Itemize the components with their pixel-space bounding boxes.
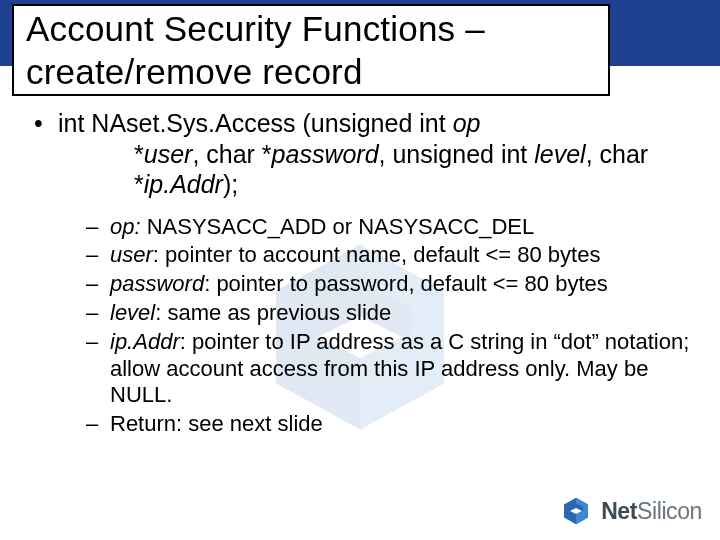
sig-param-user: user	[144, 140, 193, 168]
param-item: op: NASYSACC_ADD or NASYSACC_DEL	[86, 214, 690, 241]
sig-prefix: int NAset.Sys.Access (unsigned int	[58, 109, 453, 137]
param-name: level	[110, 300, 155, 325]
param-desc: : pointer to account name, default <= 80…	[153, 242, 601, 267]
brand-text-bold: Net	[601, 498, 637, 524]
param-item: user: pointer to account name, default <…	[86, 242, 690, 269]
param-name: user	[110, 242, 153, 267]
param-desc: : same as previous slide	[155, 300, 391, 325]
function-signature: int NAset.Sys.Access (unsigned int op*us…	[30, 108, 690, 438]
content-area: int NAset.Sys.Access (unsigned int op*us…	[30, 108, 690, 440]
param-item: level: same as previous slide	[86, 300, 690, 327]
bullet-list: int NAset.Sys.Access (unsigned int op*us…	[30, 108, 690, 438]
slide: Account Security Functions – create/remo…	[0, 0, 720, 540]
title-line-2: create/remove record	[26, 52, 363, 91]
title-box: Account Security Functions – create/remo…	[12, 4, 610, 96]
sig-param-password: password	[272, 140, 379, 168]
brand-text-light: Silicon	[637, 498, 702, 524]
param-name: op:	[110, 214, 141, 239]
param-name: ip.Addr	[110, 329, 180, 354]
param-desc: Return: see next slide	[110, 411, 323, 436]
param-item: ip.Addr: pointer to IP address as a C st…	[86, 329, 690, 409]
param-desc: : pointer to password, default <= 80 byt…	[204, 271, 608, 296]
sig-suffix: );	[223, 170, 238, 198]
sig-param-ipaddr: ip.Addr	[144, 170, 223, 198]
param-list: op: NASYSACC_ADD or NASYSACC_DEL user: p…	[58, 214, 690, 439]
brand-text: NetSilicon	[601, 498, 702, 525]
title-line-1: Account Security Functions –	[26, 9, 485, 48]
slide-title: Account Security Functions – create/remo…	[26, 8, 598, 93]
sig-sep: , char *	[192, 140, 271, 168]
sig-param-op: op	[453, 109, 481, 137]
sig-sep: *	[134, 140, 144, 168]
sig-param-level: level	[534, 140, 585, 168]
brand-logo: NetSilicon	[559, 496, 702, 526]
param-item: Return: see next slide	[86, 411, 690, 438]
param-name: password	[110, 271, 204, 296]
param-item: password: pointer to password, default <…	[86, 271, 690, 298]
brand-mark-icon	[559, 496, 593, 526]
sig-sep: , unsigned int	[379, 140, 535, 168]
param-desc: : pointer to IP address as a C string in…	[110, 329, 689, 408]
param-desc: NASYSACC_ADD or NASYSACC_DEL	[141, 214, 535, 239]
